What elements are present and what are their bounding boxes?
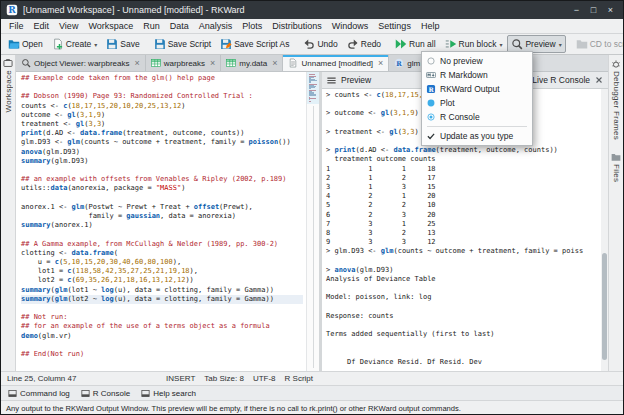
editor-line-22[interactable]: lot1 = c(118,58,42,35,27,25,21,19,18), (21, 267, 303, 276)
undo-button[interactable]: Undo (299, 35, 341, 53)
pane-menu-icon[interactable] (326, 75, 337, 86)
editor-line-28[interactable]: ## for an example of the use of a terms … (21, 322, 303, 331)
console-line-13[interactable]: 5 2 2 10 (326, 201, 598, 210)
editor-line-2[interactable] (21, 83, 303, 92)
filetype-button[interactable]: R Script (285, 374, 313, 383)
menu-run[interactable]: Run (138, 21, 165, 31)
editor-line-19[interactable]: ## A Gamma example, from McCullagh & Nel… (21, 240, 303, 249)
editor-line-27[interactable]: ## Not run: (21, 313, 303, 322)
editor-line-18[interactable] (21, 230, 303, 239)
tab-my-data[interactable]: my.data× (221, 55, 283, 71)
console-line-26[interactable] (326, 321, 598, 330)
close-icon[interactable]: × (603, 2, 618, 18)
editor-line-3[interactable]: ## Dobson (1990) Page 93: Randomized Con… (21, 92, 303, 101)
tab-close-icon[interactable]: × (378, 59, 383, 67)
editor-line-26[interactable] (21, 304, 303, 313)
console-line-11[interactable]: 3 1 3 15 (326, 183, 598, 192)
toolview-workspace[interactable]: Workspace (3, 58, 13, 113)
editor-line-9[interactable]: anova(glm.D93) (21, 148, 303, 157)
toolview-help-search[interactable]: Help search (137, 388, 200, 399)
save-script-as-button[interactable]: Save Script As (216, 35, 293, 53)
editor-line-11[interactable] (21, 166, 303, 175)
menu-data[interactable]: Data (165, 21, 194, 31)
tab-unnamed-modified[interactable]: Unnamed [modified]× (283, 55, 389, 71)
menu-workspace[interactable]: Workspace (83, 21, 138, 31)
console-line-27[interactable]: Terms added sequentially (first to last) (326, 330, 598, 339)
console-line-8[interactable]: treatment outcome counts (326, 155, 598, 164)
preview-menu-item-update-as-you-type[interactable]: Update as you type (422, 129, 532, 143)
minimap-scrollbar[interactable] (306, 72, 319, 371)
insert-mode-button[interactable]: INSERT (166, 374, 195, 383)
code-area[interactable]: ## Example code taken from the glm() hel… (16, 72, 319, 359)
editor-line-20[interactable]: clotting <- data.frame( (21, 249, 303, 258)
minimize-icon[interactable]: − (569, 2, 584, 18)
preview-menu-item-no-preview[interactable]: No preview (422, 54, 532, 68)
toolview-files[interactable]: Files (611, 152, 621, 182)
console-scrollbar-thumb[interactable] (602, 253, 607, 360)
preview-menu-item-plot[interactable]: Plot (422, 96, 532, 110)
console-line-25[interactable]: Response: counts (326, 312, 598, 321)
editor-line-8[interactable]: glm.D93 <- glm(counts ~ outcome + treatm… (21, 138, 303, 147)
preview-menu-item-r-console[interactable]: R Console (422, 110, 532, 124)
console-line-20[interactable]: > anova(glm.D93) (326, 266, 598, 275)
editor-line-1[interactable]: ## Example code taken from the glm() hel… (21, 74, 303, 83)
console-line-18[interactable]: > glm.D93 <- glm(counts ~ outcome + trea… (326, 247, 598, 256)
console-line-9[interactable]: 1 1 1 18 (326, 165, 598, 174)
editor-line-4[interactable]: counts <- c(18,17,15,20,10,20,25,13,12) (21, 102, 303, 111)
menu-help[interactable]: Help (416, 21, 445, 31)
console-line-15[interactable]: 7 3 1 25 (326, 220, 598, 229)
editor-line-14[interactable] (21, 194, 303, 203)
console-line-23[interactable]: Model: poisson, link: log (326, 293, 598, 302)
create-button[interactable]: Create▾ (48, 35, 102, 53)
editor-line-21[interactable]: u = c(5,10,15,20,30,40,60,80,100), (21, 258, 303, 267)
tab-close-icon[interactable]: × (134, 59, 139, 67)
console-line-19[interactable] (326, 257, 598, 266)
editor-line-29[interactable]: demo(glm.vr) (21, 332, 303, 341)
editor-line-10[interactable]: summary(glm.D93) (21, 157, 303, 166)
console-line-29[interactable] (326, 349, 598, 358)
menu-distributions[interactable]: Distributions (267, 21, 327, 31)
editor-line-23[interactable]: lot2 = c(69,35,26,21,18,16,13,12,12)) (21, 276, 303, 285)
menu-file[interactable]: File (4, 21, 29, 31)
title-bar[interactable]: R [Unnamed Workspace] - Unnamed [modifie… (1, 1, 623, 19)
tab-close-icon[interactable]: × (272, 59, 277, 67)
editor-line-25[interactable]: summary(glm(lot2 ~ log(u), data = clotti… (21, 295, 303, 304)
open-button[interactable]: Open (4, 35, 47, 53)
editor-line-5[interactable]: outcome <- gl(3,1,9) (21, 111, 303, 120)
save-button[interactable]: Save (102, 35, 143, 53)
tab-warpbreaks[interactable]: warpbreaks× (146, 55, 222, 71)
toolview-debugger-frames[interactable]: Debugger Frames (611, 59, 621, 140)
editor-line-31[interactable]: ## End(Not run) (21, 350, 303, 359)
menu-edit[interactable]: Edit (29, 21, 55, 31)
save-script-button[interactable]: Save Script (150, 35, 215, 53)
editor-line-12[interactable]: ## an example with offsets from Venables… (21, 175, 303, 184)
console-line-22[interactable] (326, 284, 598, 293)
console-line-21[interactable]: Analysis of Deviance Table (326, 275, 598, 284)
console-scrollbar[interactable] (601, 89, 608, 371)
menu-settings[interactable]: Settings (373, 21, 416, 31)
console-line-7[interactable]: > print(d.AD <- data.frame(treatment, ou… (326, 146, 598, 155)
redo-button[interactable]: Redo (343, 35, 385, 53)
console-line-30[interactable]: Df Deviance Resid. Df Resid. Dev (326, 358, 598, 367)
tab-size-button[interactable]: Tab Size: 8 (204, 374, 244, 383)
preview-menu-item-r-markdown[interactable]: R Markdown (422, 68, 532, 82)
preview-menu-item-rkward-output[interactable]: RRKWard Output (422, 82, 532, 96)
editor-line-13[interactable]: utils::data(anorexia, package = "MASS") (21, 184, 303, 193)
menu-plots[interactable]: Plots (237, 21, 267, 31)
editor-line-30[interactable] (21, 341, 303, 350)
menu-analysis[interactable]: Analysis (194, 21, 238, 31)
editor-line-17[interactable]: summary(anorex.1) (21, 221, 303, 230)
menu-view[interactable]: View (54, 21, 83, 31)
maximize-icon[interactable]: □ (586, 2, 601, 18)
close-preview-icon[interactable] (594, 75, 604, 85)
editor-line-6[interactable]: treatment <- gl(3,3) (21, 120, 303, 129)
tab-object-viewer-warpbreaks[interactable]: Object Viewer: warpbreaks× (16, 55, 146, 71)
toolview-command-log[interactable]: Command log (4, 388, 74, 399)
editor-line-7[interactable]: print(d.AD <- data.frame(treatment, outc… (21, 129, 303, 138)
menu-windows[interactable]: Windows (327, 21, 374, 31)
console-line-14[interactable]: 6 2 3 20 (326, 211, 598, 220)
editor-line-16[interactable]: family = gaussian, data = anorexia) (21, 212, 303, 221)
tab-close-icon[interactable]: × (210, 59, 215, 67)
console-line-12[interactable]: 4 2 1 20 (326, 192, 598, 201)
editor-line-24[interactable]: summary(glm(lot1 ~ log(u), data = clotti… (21, 286, 303, 295)
